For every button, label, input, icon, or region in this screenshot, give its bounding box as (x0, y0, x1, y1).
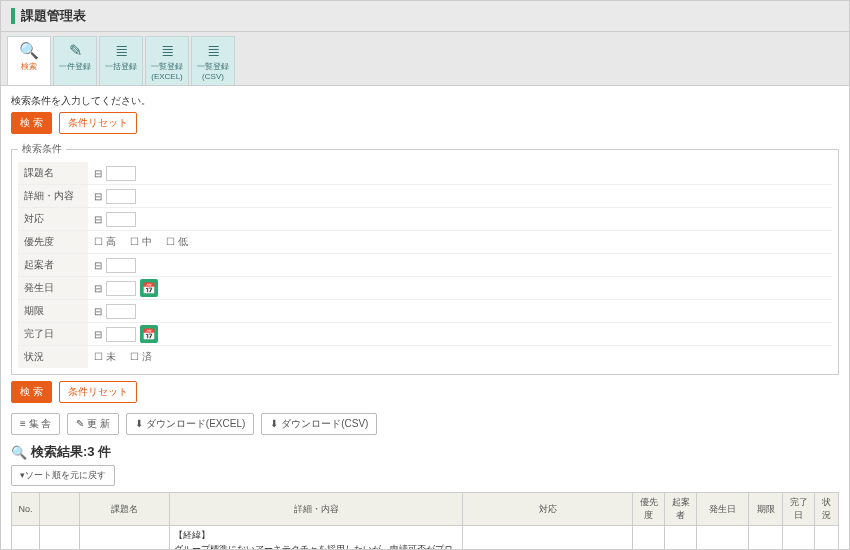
pencil-icon: ✎ (56, 41, 94, 60)
page-title: 課題管理表 (1, 1, 849, 32)
tab-excel[interactable]: ≣一覧登録(EXCEL) (145, 36, 189, 85)
list-icon: ≣ (102, 41, 140, 60)
input-due[interactable] (106, 304, 136, 319)
results-heading: 検索結果:3 件 (11, 443, 839, 461)
reset-button-top[interactable]: 条件リセット (59, 112, 137, 134)
label-detail: 詳細・内容 (18, 185, 88, 207)
tab-bulk[interactable]: ≣一括登録 (99, 36, 143, 85)
col-no[interactable]: No. (12, 493, 40, 526)
label-status: 状況 (18, 346, 88, 368)
input-occur[interactable] (106, 281, 136, 296)
tab-search[interactable]: 🔍検索 (7, 36, 51, 85)
cell-occur: 2018-10-02 (697, 526, 749, 551)
chk-mi[interactable]: ☐ 未 (94, 350, 116, 364)
input-taio[interactable] (106, 212, 136, 227)
search-legend: 検索条件 (18, 142, 66, 156)
calendar-icon[interactable]: 📅 (140, 325, 158, 343)
tab-bar: 🔍検索 ✎一件登録 ≣一括登録 ≣一覧登録(EXCEL) ≣一覧登録(CSV) (1, 32, 849, 86)
cell-done (783, 526, 815, 551)
label-name: 課題名 (18, 162, 88, 184)
gather-button[interactable]: ≡ 集 舎 (11, 413, 60, 435)
download-excel-button[interactable]: ⬇ ダウンロード(EXCEL) (126, 413, 254, 435)
input-detail[interactable] (106, 189, 136, 204)
table-row: 1明会に連絡開発環境が決まっていない。【経緯】グループ標準にないアーキテクチャを… (12, 526, 839, 551)
search-button[interactable]: 検 索 (11, 381, 52, 403)
label-priority: 優先度 (18, 231, 88, 253)
chk-high[interactable]: ☐ 高 (94, 235, 116, 249)
sort-reset-button[interactable]: ▾ソート順を元に戻す (11, 465, 115, 486)
cell-prio: 中 (633, 526, 665, 551)
cell-name: 開発環境が決まっていない。 (80, 526, 170, 551)
list-icon: ≣ (194, 41, 232, 60)
list-icon: ≣ (148, 41, 186, 60)
reset-button[interactable]: 条件リセット (59, 381, 137, 403)
col-name[interactable]: 課題名 (80, 493, 170, 526)
col-due[interactable]: 期限 (749, 493, 783, 526)
cell-detail: 【経緯】グループ標準にないアーキテクチャを採用したいが、申請可否がプロジェクトで… (170, 526, 463, 551)
label-taio: 対応 (18, 208, 88, 230)
col-prio[interactable]: 優先度 (633, 493, 665, 526)
label-occur: 発生日 (18, 277, 88, 299)
label-raiser: 起案者 (18, 254, 88, 276)
cell-no: 1 (12, 526, 40, 551)
search-icon: 🔍 (10, 41, 48, 60)
cell-raiser: 山本 (665, 526, 697, 551)
cell-taio: ・企画部へ問合せ中（9/2 田中課長） (463, 526, 633, 551)
download-csv-button[interactable]: ⬇ ダウンロード(CSV) (261, 413, 377, 435)
results-table: No. 課題名 詳細・内容 対応 優先度 起案者 発生日 期限 完了日 状況 1… (11, 492, 839, 550)
col-status[interactable]: 状況 (815, 493, 839, 526)
tab-single[interactable]: ✎一件登録 (53, 36, 97, 85)
cell-due: 10月末 (749, 526, 783, 551)
col-taio[interactable]: 対応 (463, 493, 633, 526)
search-tip: 検索条件を入力してください。 (11, 94, 839, 108)
label-due: 期限 (18, 300, 88, 322)
input-done[interactable] (106, 327, 136, 342)
col-done[interactable]: 完了日 (783, 493, 815, 526)
tab-csv[interactable]: ≣一覧登録(CSV) (191, 36, 235, 85)
calendar-icon[interactable]: 📅 (140, 279, 158, 297)
search-button-top[interactable]: 検 索 (11, 112, 52, 134)
refresh-button[interactable]: ✎ 更 新 (67, 413, 119, 435)
input-raiser[interactable] (106, 258, 136, 273)
col-occur[interactable]: 発生日 (697, 493, 749, 526)
col-detail[interactable]: 詳細・内容 (170, 493, 463, 526)
search-conditions: 検索条件 課題名⊟ 詳細・内容⊟ 対応⊟ 優先度☐ 高 ☐ 中 ☐ 低 起案者⊟… (11, 142, 839, 375)
chk-low[interactable]: ☐ 低 (166, 235, 188, 249)
input-name[interactable] (106, 166, 136, 181)
chk-mid[interactable]: ☐ 中 (130, 235, 152, 249)
cell-status: 未 (815, 526, 839, 551)
chk-sumi[interactable]: ☐ 済 (130, 350, 152, 364)
col-raiser[interactable]: 起案者 (665, 493, 697, 526)
label-done: 完了日 (18, 323, 88, 345)
